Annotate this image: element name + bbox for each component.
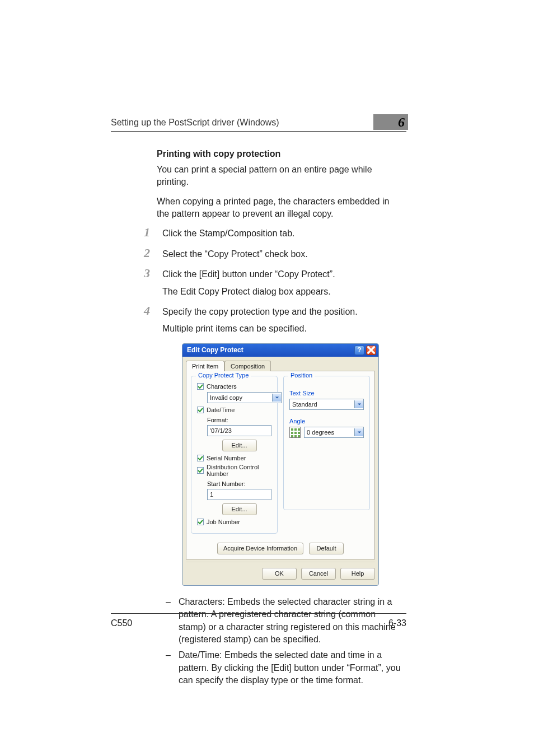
dash-icon: – [166, 649, 171, 687]
dialog-titlebar[interactable]: Edit Copy Protect ? [182, 344, 378, 357]
page-header: Setting up the PostScript driver (Window… [111, 118, 406, 132]
step-text: Specify the copy protection type and the… [162, 306, 404, 335]
step-text-sub: Multiple print items can be specified. [162, 323, 404, 335]
chevron-down-icon [354, 428, 363, 436]
intro-para-1: You can print a special pattern on an en… [157, 164, 404, 188]
footer-right: 6-33 [388, 618, 406, 628]
bullet-text: Date/Time: Embeds the selected date and … [179, 649, 404, 687]
group-label: Position [288, 372, 315, 379]
default-button[interactable]: Default [309, 543, 344, 554]
angle-value: 0 degrees [307, 429, 334, 436]
step-text: Click the [Edit] button under “Copy Prot… [162, 268, 404, 298]
step-number: 2 [138, 247, 150, 260]
page-footer: C550 6-33 [111, 613, 406, 628]
step-text-main: Specify the copy protection type and the… [162, 307, 358, 316]
svg-rect-5 [298, 432, 300, 434]
position-group: Position Text Size Standard Angle [283, 376, 370, 510]
step-text: Select the “Copy Protect” check box. [162, 248, 404, 260]
section-heading: Printing with copy protection [157, 149, 404, 159]
svg-rect-0 [291, 428, 293, 431]
angle-select[interactable]: 0 degrees [304, 427, 364, 438]
step-text-sub: The Edit Copy Protect dialog box appears… [162, 286, 404, 298]
edit-copy-protect-dialog: Edit Copy Protect ? Print Item Compositi… [182, 343, 379, 586]
start-number-field[interactable]: 1 [207, 489, 271, 500]
steps-list: 1 Click the Stamp/Composition tab. 2 Sel… [157, 227, 404, 335]
tab-print-item[interactable]: Print Item [186, 361, 224, 371]
datetime-checkbox[interactable] [197, 407, 204, 413]
step-text-main: Click the [Edit] button under “Copy Prot… [162, 269, 335, 279]
svg-rect-1 [294, 428, 297, 431]
distribution-edit-button[interactable]: Edit... [222, 503, 257, 515]
step-text: Click the Stamp/Composition tab. [162, 227, 404, 240]
chevron-down-icon [272, 394, 281, 402]
intro-para-2: When copying a printed page, the charact… [157, 195, 404, 220]
chapter-badge: 6 [373, 114, 408, 130]
characters-label: Characters [207, 383, 237, 390]
format-field: '07/1/23 [207, 425, 271, 436]
acquire-device-info-button[interactable]: Acquire Device Information [217, 543, 303, 554]
svg-rect-8 [298, 435, 300, 437]
svg-rect-7 [294, 435, 297, 437]
step-4: 4 Specify the copy protection type and t… [157, 306, 404, 335]
svg-rect-4 [294, 432, 297, 434]
characters-value: Invalid copy [210, 394, 242, 401]
format-value: '07/1/23 [210, 427, 232, 434]
serial-label: Serial Number [207, 455, 246, 461]
job-number-checkbox[interactable] [197, 519, 204, 525]
angle-preview-icon [289, 427, 301, 438]
ok-button[interactable]: OK [262, 568, 297, 580]
text-size-label: Text Size [289, 390, 364, 396]
step-1: 1 Click the Stamp/Composition tab. [157, 227, 404, 240]
help-icon[interactable]: ? [354, 346, 364, 355]
chapter-number: 6 [398, 115, 405, 130]
footer-left: C550 [111, 618, 132, 628]
tab-pane-print-item: Copy Protect Type Characters Invalid cop… [186, 371, 375, 559]
start-number-value: 1 [210, 491, 213, 498]
dialog-tabs: Print Item Composition [182, 357, 378, 371]
step-number: 3 [138, 267, 150, 298]
datetime-label: Date/Time [207, 407, 235, 413]
job-number-label: Job Number [207, 519, 240, 525]
svg-rect-2 [298, 428, 300, 431]
svg-rect-6 [291, 435, 293, 437]
dialog-title: Edit Copy Protect [187, 346, 243, 354]
serial-checkbox[interactable] [197, 455, 204, 461]
group-label: Copy Protect Type [196, 372, 251, 379]
tab-composition[interactable]: Composition [224, 361, 271, 371]
notes-list: – Characters: Embeds the selected charac… [166, 596, 404, 687]
page-header-title: Setting up the PostScript driver (Window… [111, 118, 279, 128]
step-number: 4 [138, 305, 150, 335]
distribution-label: Distribution Control Number [207, 464, 271, 477]
characters-select[interactable]: Invalid copy [207, 392, 282, 403]
text-size-value: Standard [292, 401, 317, 408]
help-button[interactable]: Help [340, 568, 375, 580]
start-number-label: Start Number: [207, 480, 271, 487]
close-icon[interactable] [366, 346, 376, 355]
characters-checkbox[interactable] [197, 383, 204, 390]
list-item: – Date/Time: Embeds the selected date an… [166, 649, 404, 687]
step-2: 2 Select the “Copy Protect” check box. [157, 248, 404, 260]
format-edit-button[interactable]: Edit... [222, 440, 257, 451]
text-size-select[interactable]: Standard [289, 399, 364, 410]
chevron-down-icon [354, 400, 363, 408]
cancel-button[interactable]: Cancel [301, 568, 336, 580]
svg-rect-3 [291, 432, 293, 434]
step-3: 3 Click the [Edit] button under “Copy Pr… [157, 268, 404, 298]
copy-protect-type-group: Copy Protect Type Characters Invalid cop… [191, 376, 278, 534]
distribution-checkbox[interactable] [197, 467, 204, 474]
step-number: 1 [138, 226, 150, 240]
angle-label: Angle [289, 418, 364, 424]
format-label: Format: [207, 417, 271, 423]
